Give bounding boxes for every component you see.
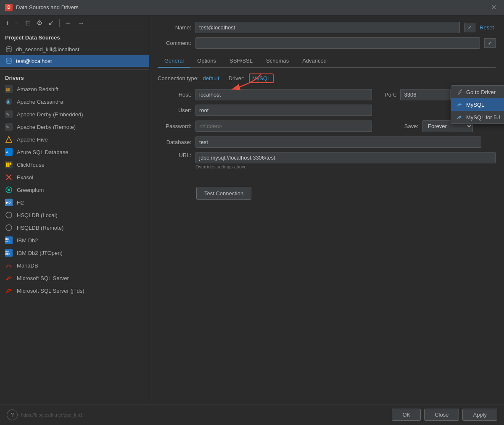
mysql51-label: MySQL for 5.1 <box>466 114 501 121</box>
driver-greenplum[interactable]: Greenplum <box>0 184 149 196</box>
driver-hsqldb-local[interactable]: HSQLDB (Local) <box>0 209 149 221</box>
left-panel: + − ⊡ ⚙ ↙ ← → Project Data Sources db_se… <box>0 15 149 404</box>
driver-mssql[interactable]: Microsoft SQL Server <box>0 272 149 284</box>
svg-rect-14 <box>6 163 8 167</box>
user-row: User: <box>158 105 496 116</box>
svg-point-20 <box>8 189 10 191</box>
database-label: Database: <box>158 139 191 145</box>
port-input[interactable] <box>400 89 451 100</box>
svg-text:A: A <box>6 150 8 155</box>
host-port-row: Host: Port: <box>158 89 496 100</box>
tab-ssh-ssl[interactable]: SSH/SSL <box>223 55 259 68</box>
svg-text:✎: ✎ <box>6 125 9 129</box>
driver-azure-sql[interactable]: A Azure SQL Database <box>0 146 149 158</box>
save-label: Save: <box>385 123 418 129</box>
wrench-icon <box>456 89 463 95</box>
password-input[interactable] <box>195 121 372 132</box>
url-row: URL: Overrides settings above <box>158 152 496 169</box>
h2-icon: H2 <box>5 199 13 206</box>
driver-mssql-jtds[interactable]: Microsoft SQL Server (jTds) <box>0 284 149 297</box>
driver-dropdown-wrapper: MySQL Go to Driver <box>249 73 274 83</box>
test-connection-area: Test Connection <box>158 180 496 200</box>
driver-ibm-db2[interactable]: IBMDB2 IBM Db2 <box>0 234 149 247</box>
add-datasource-button[interactable]: + <box>3 18 11 28</box>
name-label: Name: <box>158 24 191 31</box>
user-input[interactable] <box>195 105 372 116</box>
ibm-db2-icon: IBMDB2 <box>5 236 13 244</box>
driver-dropdown-menu: Go to Driver MySQL <box>451 85 504 124</box>
toolbar: + − ⊡ ⚙ ↙ ← → <box>0 15 149 31</box>
user-label: User: <box>158 107 191 113</box>
hive-icon <box>5 136 13 143</box>
expand-button[interactable]: ⤢ <box>464 23 475 32</box>
help-button[interactable]: ? <box>7 409 18 420</box>
name-input[interactable] <box>195 22 460 33</box>
driver-hsqldb-remote[interactable]: HSQLDB (Remote) <box>0 221 149 234</box>
driver-apache-derby-remote[interactable]: ✎ Apache Derby (Remote) <box>0 121 149 133</box>
close-button[interactable]: ✕ <box>488 3 499 12</box>
mssql-jtds-icon <box>5 287 13 294</box>
apply-button[interactable]: Apply <box>462 409 497 421</box>
app-icon: D <box>5 4 13 11</box>
driver-amazon-redshift[interactable]: ▦ Amazon Redshift <box>0 83 149 95</box>
driver-clickhouse[interactable]: ClickHouse <box>0 158 149 171</box>
hsqldb-remote-icon <box>5 224 13 231</box>
settings-button[interactable]: ⚙ <box>34 18 45 28</box>
svg-rect-16 <box>10 163 11 165</box>
datasource-list: db_second_kill@localhost test@localhost <box>0 42 149 68</box>
driver-apache-cassandra[interactable]: ◉ Apache Cassandra <box>0 95 149 108</box>
tab-advanced[interactable]: Advanced <box>296 55 333 68</box>
dropdown-item-mysql51[interactable]: MySQL for 5.1 <box>451 111 504 123</box>
driver-ibm-db2-jtopen[interactable]: IBMDB2 IBM Db2 (JTOpen) <box>0 247 149 259</box>
dropdown-item-mysql[interactable]: MySQL <box>451 98 504 111</box>
url-hint: Overrides settings above <box>195 164 496 169</box>
datasource-name-active: test@localhost <box>16 58 52 64</box>
driver-apache-hive[interactable]: Apache Hive <box>0 133 149 146</box>
driver-mariadb[interactable]: MariaDB <box>0 259 149 272</box>
window-title: Data Sources and Drivers <box>16 4 79 10</box>
toolbar-separator <box>59 19 60 27</box>
comment-label: Comment: <box>158 40 191 46</box>
db-icon-active <box>5 57 13 65</box>
copy-datasource-button[interactable]: ⊡ <box>23 18 33 28</box>
import-button[interactable]: ↙ <box>46 18 56 28</box>
driver-exasol[interactable]: Exasol <box>0 171 149 184</box>
connection-type-value[interactable]: default <box>203 75 219 81</box>
driver-label: Driver: <box>229 75 245 81</box>
forward-button[interactable]: → <box>76 18 87 28</box>
title-bar: D Data Sources and Drivers ✕ <box>0 0 504 15</box>
datasource-item-db-second-kill[interactable]: db_second_kill@localhost <box>0 43 149 55</box>
url-input[interactable] <box>195 152 496 163</box>
driver-h2[interactable]: H2 H2 <box>0 196 149 209</box>
exasol-icon <box>5 173 13 181</box>
tab-general[interactable]: General <box>158 55 190 68</box>
svg-rect-15 <box>8 163 10 167</box>
ok-button[interactable]: OK <box>392 409 421 421</box>
comment-input[interactable] <box>195 37 480 49</box>
remove-datasource-button[interactable]: − <box>13 18 21 28</box>
database-input[interactable] <box>195 136 481 148</box>
driver-apache-derby-embedded[interactable]: ✎ Apache Derby (Embedded) <box>0 108 149 121</box>
host-label: Host: <box>158 92 191 98</box>
datasource-name: db_second_kill@localhost <box>16 46 79 52</box>
tab-schemas[interactable]: Schemas <box>259 55 296 68</box>
bottom-bar: ? https://blog.csdn.net/gao_jun1 OK Clos… <box>0 404 504 425</box>
datasource-item-test[interactable]: test@localhost <box>0 55 149 67</box>
test-connection-button[interactable]: Test Connection <box>196 187 251 200</box>
reset-link[interactable]: Reset <box>480 24 496 31</box>
host-input[interactable] <box>195 89 372 100</box>
derby-remote-icon: ✎ <box>5 123 13 131</box>
clickhouse-icon <box>5 161 13 168</box>
back-button[interactable]: ← <box>63 18 74 28</box>
port-label: Port: <box>385 92 396 98</box>
close-dialog-button[interactable]: Close <box>424 409 459 421</box>
database-row: Database: <box>158 136 496 148</box>
svg-point-23 <box>6 212 12 218</box>
dropdown-item-goto-driver[interactable]: Go to Driver <box>451 86 504 98</box>
comment-expand-button[interactable]: ⤢ <box>484 38 496 48</box>
svg-point-1 <box>6 58 11 60</box>
mssql-icon <box>5 274 13 282</box>
tab-options[interactable]: Options <box>190 55 223 68</box>
svg-point-0 <box>6 47 11 49</box>
driver-value[interactable]: MySQL <box>249 73 274 83</box>
